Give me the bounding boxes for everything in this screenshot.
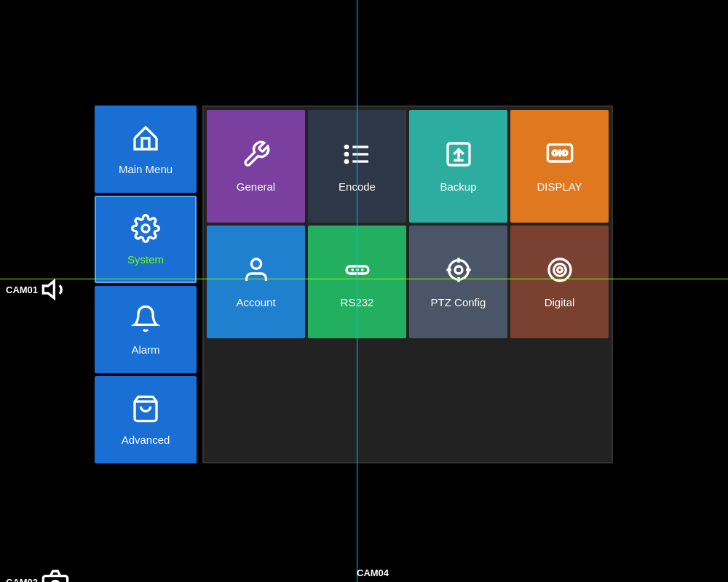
sidebar-item-main-menu-label: Main Menu — [119, 163, 173, 175]
cam03-label: CAM03 — [6, 567, 70, 582]
cam04-label: CAM04 — [357, 567, 389, 578]
svg-rect-22 — [361, 268, 363, 271]
sidebar-item-advanced-label: Advanced — [122, 434, 170, 446]
upload-icon — [444, 140, 473, 173]
target-icon — [444, 255, 473, 289]
gear-icon — [131, 214, 160, 247]
sidebar-item-main-menu[interactable]: Main Menu — [95, 105, 197, 193]
svg-point-30 — [553, 264, 566, 276]
svg-point-31 — [557, 268, 562, 273]
svg-point-10 — [345, 160, 347, 162]
sidebar: Main Menu System Alarm — [95, 105, 197, 463]
display-icon — [545, 140, 574, 173]
grid-item-ptz-config-label: PTZ Config — [431, 296, 486, 308]
grid-item-general[interactable]: General — [207, 110, 305, 223]
grid-item-account[interactable]: Account — [207, 226, 305, 338]
svg-point-24 — [455, 266, 462, 274]
grid-item-display[interactable]: DISPLAY — [510, 110, 609, 223]
bag-icon — [131, 394, 160, 428]
menu-container: Main Menu System Alarm — [95, 105, 613, 463]
grid-item-display-label: DISPLAY — [537, 180, 582, 193]
grid-item-ptz-config[interactable]: PTZ Config — [409, 226, 507, 338]
sidebar-item-alarm[interactable]: Alarm — [95, 286, 197, 373]
lens-icon — [545, 255, 574, 289]
speaker-icon — [41, 275, 70, 304]
main-grid: General Encode — [202, 105, 613, 463]
grid-item-digital-label: Digital — [545, 296, 575, 308]
horizontal-line — [0, 279, 728, 279]
bell-icon — [131, 304, 160, 338]
camera-icon — [41, 567, 70, 582]
svg-point-29 — [549, 259, 571, 281]
grid-item-digital[interactable]: Digital — [510, 226, 609, 338]
sidebar-item-advanced[interactable]: Advanced — [95, 376, 197, 463]
wrench-icon — [242, 140, 271, 173]
svg-point-9 — [345, 153, 347, 155]
svg-point-18 — [251, 259, 261, 268]
svg-point-8 — [345, 146, 347, 148]
grid-item-general-label: General — [237, 180, 275, 193]
grid-item-backup-label: Backup — [440, 180, 476, 193]
grid-item-account-label: Account — [236, 296, 275, 308]
sidebar-item-alarm-label: Alarm — [131, 343, 159, 356]
svg-marker-0 — [43, 281, 54, 298]
home-icon — [131, 124, 160, 157]
svg-rect-20 — [351, 268, 353, 271]
user-icon — [242, 255, 271, 289]
sidebar-item-system-label: System — [127, 253, 164, 266]
cam01-label: CAM01 — [6, 275, 70, 304]
svg-point-3 — [142, 225, 149, 232]
svg-point-23 — [448, 260, 468, 280]
sidebar-item-system[interactable]: System — [95, 196, 197, 283]
grid-item-backup[interactable]: Backup — [409, 110, 507, 223]
vertical-line — [357, 0, 357, 582]
